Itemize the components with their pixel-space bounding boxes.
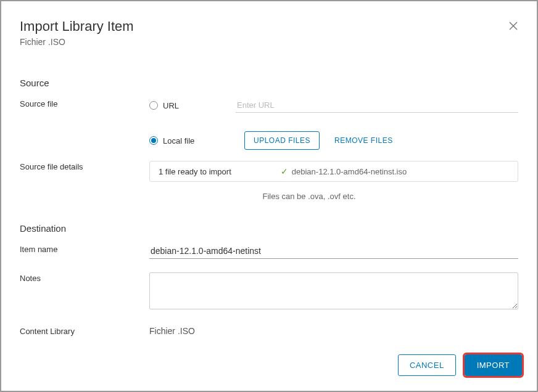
cancel-button[interactable]: Cancel xyxy=(398,354,456,376)
notes-control xyxy=(149,272,518,312)
local-file-radio-label: Local file xyxy=(163,136,194,145)
source-file-details-control: 1 file ready to import ✓ debian-12.1.0-a… xyxy=(149,161,518,201)
source-file-details-row: Source file details 1 file ready to impo… xyxy=(20,161,518,201)
modal-body: Source Source file URL Local file xyxy=(1,53,537,345)
content-library-control: Fichier .ISO xyxy=(149,325,518,337)
local-file-radio-option[interactable]: Local file xyxy=(149,136,230,145)
import-button[interactable]: Import xyxy=(465,354,522,376)
modal-header: Import Library Item Fichier .ISO xyxy=(1,1,537,53)
source-file-control: URL Local file Upload Files Remove Files xyxy=(149,98,518,150)
file-hint: Files can be .ova, .ovf etc. xyxy=(100,192,518,201)
file-name: debian-12.1.0-amd64-netinst.iso xyxy=(292,167,407,176)
item-name-row: Item name xyxy=(20,243,518,259)
destination-section-title: Destination xyxy=(20,223,518,234)
url-radio-option[interactable]: URL xyxy=(149,101,230,110)
file-name-row: ✓ debian-12.1.0-amd64-netinst.iso xyxy=(281,166,407,176)
notes-row: Notes xyxy=(20,272,518,312)
upload-files-button[interactable]: Upload Files xyxy=(244,131,320,150)
close-icon[interactable] xyxy=(508,21,518,33)
item-name-control xyxy=(149,243,518,259)
item-name-label: Item name xyxy=(20,243,149,254)
notes-textarea[interactable] xyxy=(149,272,518,309)
modal-title: Import Library Item xyxy=(20,18,518,35)
check-icon: ✓ xyxy=(281,166,288,176)
radio-icon xyxy=(149,136,158,145)
item-name-input[interactable] xyxy=(149,243,518,259)
file-detail-box: 1 file ready to import ✓ debian-12.1.0-a… xyxy=(149,161,518,182)
source-file-row: Source file URL Local file Upload File xyxy=(20,98,518,150)
url-radio-label: URL xyxy=(163,101,179,110)
radio-icon xyxy=(149,101,158,110)
modal-subtitle: Fichier .ISO xyxy=(20,37,518,47)
content-library-label: Content Library xyxy=(20,325,149,336)
source-section-title: Source xyxy=(20,78,518,88)
content-library-value: Fichier .ISO xyxy=(149,326,195,336)
source-file-details-label: Source file details xyxy=(20,161,149,171)
local-file-row: Local file Upload Files Remove Files xyxy=(149,131,518,150)
notes-label: Notes xyxy=(20,272,149,283)
remove-files-button[interactable]: Remove Files xyxy=(334,136,393,145)
source-file-label: Source file xyxy=(20,98,149,108)
content-library-row: Content Library Fichier .ISO xyxy=(20,325,518,337)
modal-footer: Cancel Import xyxy=(1,345,537,391)
url-radio-row: URL xyxy=(149,98,518,113)
file-ready-text: 1 file ready to import xyxy=(159,167,231,176)
upload-remove-buttons: Upload Files Remove Files xyxy=(244,131,518,150)
url-input[interactable] xyxy=(236,98,518,113)
import-library-modal: Import Library Item Fichier .ISO Source … xyxy=(1,1,537,391)
